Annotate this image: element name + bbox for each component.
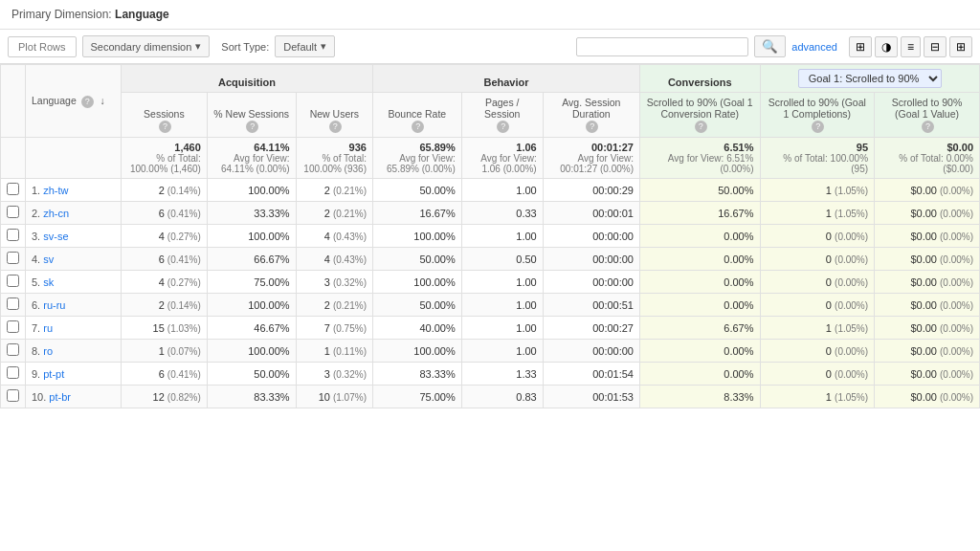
toolbar: Plot Rows Secondary dimension ▾ Sort Typ… — [0, 30, 980, 64]
row-checkbox[interactable] — [1, 386, 26, 408]
plot-rows-button[interactable]: Plot Rows — [8, 36, 77, 57]
row-checkbox-input[interactable] — [7, 275, 19, 287]
group-header-row: Language ? ↓ Acquisition Behavior Conver… — [1, 65, 980, 93]
row-checkbox[interactable] — [1, 179, 26, 202]
row-goal-value: $0.00 (0.00%) — [875, 386, 980, 408]
goal-value-col-header[interactable]: Scrolled to 90% (Goal 1 Value)? — [875, 93, 980, 138]
row-new-users: 1 (0.11%) — [296, 340, 372, 363]
row-completions: 0 (0.00%) — [760, 294, 875, 317]
pie-view-icon[interactable]: ◑ — [875, 36, 898, 57]
row-completions: 1 (1.05%) — [760, 386, 875, 408]
row-new-users: 4 (0.43%) — [296, 248, 372, 271]
goal-select[interactable]: Goal 1: Scrolled to 90% — [798, 69, 942, 88]
help-icon-duration[interactable]: ? — [586, 121, 598, 133]
help-icon-language[interactable]: ? — [81, 96, 94, 108]
help-icon-completions[interactable]: ? — [812, 121, 824, 133]
pct-new-sessions-col-header[interactable]: % New Sessions? — [207, 93, 296, 138]
conversion-rate-col-header[interactable]: Scrolled to 90% (Goal 1 Conversion Rate)… — [639, 93, 760, 138]
row-checkbox[interactable] — [1, 363, 26, 386]
list-view-icon[interactable]: ≡ — [901, 36, 921, 57]
compare-view-icon[interactable]: ⊟ — [924, 36, 947, 57]
help-icon-conv-rate[interactable]: ? — [695, 121, 707, 133]
search-input[interactable] — [576, 37, 748, 56]
language-link[interactable]: zh-tw — [43, 185, 68, 196]
language-link[interactable]: sv-se — [43, 231, 68, 242]
help-icon-pct-new[interactable]: ? — [246, 121, 258, 133]
row-duration: 00:00:00 — [543, 271, 639, 294]
language-link[interactable]: sk — [43, 276, 54, 288]
row-checkbox-input[interactable] — [7, 389, 19, 402]
row-pages: 1.00 — [461, 225, 543, 248]
language-link[interactable]: pt-br — [49, 391, 71, 403]
language-link[interactable]: sv — [43, 253, 54, 265]
row-bounce-rate: 16.67% — [372, 202, 461, 225]
row-duration: 00:01:53 — [543, 386, 639, 408]
row-goal-value: $0.00 (0.00%) — [875, 340, 980, 363]
table-row: 1. zh-tw 2 (0.14%) 100.00% 2 (0.21%) 50.… — [1, 179, 980, 202]
help-icon-goal-value[interactable]: ? — [922, 121, 934, 133]
row-bounce-rate: 100.00% — [372, 225, 461, 248]
totals-checkbox — [1, 138, 26, 179]
row-checkbox-input[interactable] — [7, 343, 19, 356]
row-conv-rate: 16.67% — [639, 202, 760, 225]
row-pct-new: 100.00% — [207, 225, 296, 248]
grid-view-icon[interactable]: ⊞ — [849, 36, 872, 57]
help-icon-pages[interactable]: ? — [497, 121, 509, 133]
row-goal-value: $0.00 (0.00%) — [875, 225, 980, 248]
row-checkbox[interactable] — [1, 248, 26, 271]
language-link[interactable]: ru-ru — [43, 299, 65, 311]
row-completions: 1 (1.05%) — [760, 202, 875, 225]
row-pages: 0.50 — [461, 248, 543, 271]
row-checkbox-input[interactable] — [7, 320, 19, 333]
pivot-view-icon[interactable]: ⊞ — [949, 36, 972, 57]
row-checkbox-input[interactable] — [7, 229, 19, 241]
language-link[interactable]: ru — [43, 322, 53, 334]
secondary-dimension-button[interactable]: Secondary dimension ▾ — [82, 35, 211, 57]
primary-dimension-value: Language — [115, 8, 169, 21]
row-bounce-rate: 50.00% — [372, 179, 461, 202]
row-checkbox-input[interactable] — [7, 366, 19, 379]
avg-duration-col-header[interactable]: Avg. Session Duration? — [543, 93, 639, 138]
row-completions: 1 (1.05%) — [760, 179, 875, 202]
search-button[interactable]: 🔍 — [754, 35, 786, 57]
row-completions: 0 (0.00%) — [760, 363, 875, 386]
help-icon-sessions[interactable]: ? — [159, 121, 171, 133]
sort-type-label: Sort Type: — [221, 41, 269, 53]
totals-bounce: 65.89% Avg for View: 65.89% (0.00%) — [372, 138, 461, 179]
row-checkbox[interactable] — [1, 225, 26, 248]
row-checkbox[interactable] — [1, 317, 26, 340]
new-users-col-header[interactable]: New Users? — [296, 93, 372, 138]
goal-dropdown-header[interactable]: Goal 1: Scrolled to 90% — [760, 65, 980, 93]
sessions-col-header[interactable]: Sessions? — [122, 93, 208, 138]
row-checkbox[interactable] — [1, 340, 26, 363]
advanced-link[interactable]: advanced — [791, 41, 837, 53]
sort-type-default-button[interactable]: Default ▾ — [275, 35, 335, 57]
row-checkbox-input[interactable] — [7, 183, 19, 195]
pages-session-col-header[interactable]: Pages / Session? — [461, 93, 543, 138]
row-new-users: 4 (0.43%) — [296, 225, 372, 248]
row-checkbox-input[interactable] — [7, 206, 19, 218]
row-checkbox-input[interactable] — [7, 252, 19, 264]
table-row: 4. sv 6 (0.41%) 66.67% 4 (0.43%) 50.00% … — [1, 248, 980, 271]
row-checkbox-input[interactable] — [7, 298, 19, 310]
help-icon-new-users[interactable]: ? — [329, 121, 342, 133]
totals-conv-rate: 6.51% Avg for View: 6.51% (0.00%) — [639, 138, 760, 179]
row-bounce-rate: 40.00% — [372, 317, 461, 340]
help-icon-bounce[interactable]: ? — [412, 121, 424, 133]
row-pct-new: 75.00% — [207, 271, 296, 294]
bounce-rate-col-header[interactable]: Bounce Rate? — [372, 93, 461, 138]
language-link[interactable]: zh-cn — [43, 208, 69, 219]
language-header[interactable]: Language ? ↓ — [26, 65, 122, 138]
language-link[interactable]: pt-pt — [43, 368, 64, 380]
row-conv-rate: 50.00% — [639, 179, 760, 202]
row-checkbox[interactable] — [1, 294, 26, 317]
row-new-users: 2 (0.21%) — [296, 179, 372, 202]
language-link[interactable]: ro — [43, 345, 53, 357]
completions-col-header[interactable]: Scrolled to 90% (Goal 1 Completions)? — [760, 93, 875, 138]
search-area: 🔍 advanced ⊞ ◑ ≡ ⊟ ⊞ — [576, 35, 972, 57]
row-language: 9. pt-pt — [26, 363, 122, 386]
row-checkbox[interactable] — [1, 271, 26, 294]
row-checkbox[interactable] — [1, 202, 26, 225]
row-sessions: 12 (0.82%) — [122, 386, 208, 408]
row-pct-new: 100.00% — [207, 294, 296, 317]
